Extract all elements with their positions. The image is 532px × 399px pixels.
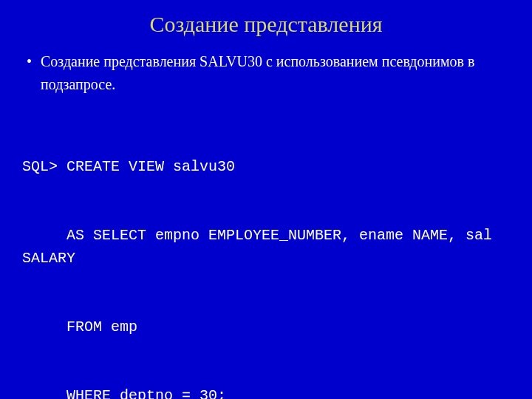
code-line: WHERE deptno = 30;: [22, 384, 510, 399]
code-line: FROM emp: [22, 316, 510, 338]
bullet-text: Создание представления SALVU30 с использ…: [41, 50, 510, 96]
code-line: AS SELECT empno EMPLOYEE_NUMBER, ename N…: [22, 224, 510, 270]
bullet-dot-icon: •: [27, 50, 32, 73]
bullet-item: • Создание представления SALVU30 с испол…: [22, 50, 510, 96]
slide-title: Создание представления: [22, 12, 510, 37]
code-block-create-view: SQL> CREATE VIEW salvu30 AS SELECT empno…: [22, 109, 510, 399]
code-line: SQL> CREATE VIEW salvu30: [22, 155, 510, 178]
